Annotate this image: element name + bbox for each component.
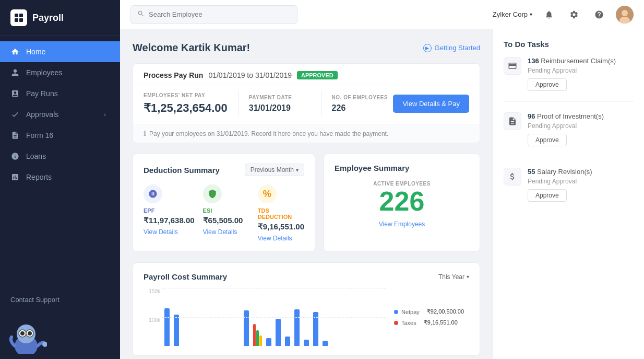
cost-title: Payroll Cost Summary <box>144 272 227 281</box>
sidebar-item-loans[interactable]: Loans <box>0 146 120 167</box>
search-input[interactable] <box>149 10 291 18</box>
user-avatar[interactable] <box>616 6 634 24</box>
legend-netpay: Netpay ₹92,00,500.00 <box>394 308 469 315</box>
bar-blue <box>276 319 281 346</box>
sidebar-item-approvals[interactable]: Approvals › <box>0 104 120 125</box>
deduction-esi: ESI ₹65,505.00 View Details <box>203 184 249 242</box>
employee-summary-title: Employee Summary <box>335 164 409 172</box>
bar-blue <box>164 308 170 346</box>
employees-stat: NO. OF EMPLOYEES 226 <box>332 95 393 113</box>
epf-view-details[interactable]: View Details <box>144 228 195 236</box>
search-box[interactable] <box>130 5 297 24</box>
bar-group-10 <box>304 340 309 346</box>
tds-view-details[interactable]: View Details <box>258 235 304 242</box>
pay-run-section: Process Pay Run 01/01/2019 to 31/01/2019… <box>133 63 480 143</box>
process-pay-run-label: Process Pay Run <box>144 71 203 79</box>
settings-button[interactable] <box>566 6 582 23</box>
sidebar-item-home[interactable]: Home <box>0 41 120 62</box>
employee-summary-card: Employee Summary ACTIVE EMPLOYEES 226 Vi… <box>324 154 480 252</box>
bar-blue <box>174 315 179 346</box>
reimbursement-count: 136 <box>528 57 539 65</box>
svg-point-9 <box>20 331 25 335</box>
bar-blue <box>285 337 290 346</box>
esi-label: ESI <box>203 207 249 214</box>
deduction-header: Deduction Summary Previous Month ▾ <box>144 164 304 176</box>
payment-date-stat: PAYMENT DATE 31/01/2019 <box>249 95 311 113</box>
sidebar-item-label: Employees <box>26 68 62 77</box>
tds-amount: ₹9,16,551.00 <box>258 222 304 231</box>
chevron-down-icon: ▾ <box>530 11 532 17</box>
sidebar-logo-text: Payroll <box>32 13 64 24</box>
todo-title: To Do Tasks <box>504 40 634 49</box>
topbar-right: Zylker Corp ▾ <box>493 6 634 24</box>
approve-investment-button[interactable]: Approve <box>528 134 567 146</box>
active-employees-count: 226 <box>335 187 469 216</box>
bar-blue <box>304 340 309 346</box>
company-name-text: Zylker Corp <box>493 10 528 18</box>
search-icon <box>137 10 145 19</box>
taxes-dot <box>394 321 398 325</box>
chart-legend: Netpay ₹92,00,500.00 Taxes ₹9,16,551.00 <box>386 288 469 346</box>
y-label-150k: 150k <box>144 288 160 294</box>
net-pay-value: ₹1,25,23,654.00 <box>144 101 228 115</box>
salary-icon <box>504 168 521 186</box>
sidebar-item-form16[interactable]: Form 16 <box>0 125 120 146</box>
cost-header: Payroll Cost Summary This Year ▾ <box>144 272 469 281</box>
salary-sub: Pending Approval <box>528 178 634 185</box>
salary-text: 55 Salary Revision(s) <box>528 168 634 176</box>
view-employees-link[interactable]: View Employees <box>335 221 469 228</box>
form16-icon <box>10 131 20 140</box>
year-filter[interactable]: This Year ▾ <box>438 273 469 281</box>
investment-sub: Pending Approval <box>528 122 634 130</box>
sidebar-item-label: Approvals <box>26 110 58 119</box>
epf-amount: ₹11,97,638.00 <box>144 216 195 225</box>
netpay-value: ₹92,00,500.00 <box>427 308 464 315</box>
reimbursement-content: 136 Reimbursement Claim(s) Pending Appro… <box>528 57 634 91</box>
month-filter[interactable]: Previous Month ▾ <box>245 164 304 176</box>
deduction-employee-row: Deduction Summary Previous Month ▾ EP <box>133 154 480 252</box>
getting-started-button[interactable]: ▶ Getting Started <box>423 44 480 52</box>
taxes-value: ₹9,16,551.00 <box>424 319 458 326</box>
y-label-100k: 100k <box>144 317 160 323</box>
investment-label: Proof of Investment(s) <box>537 112 604 120</box>
deduction-summary-card: Deduction Summary Previous Month ▾ EP <box>133 154 315 252</box>
company-selector[interactable]: Zylker Corp ▾ <box>493 10 532 18</box>
deduction-items: EPF ₹11,97,638.00 View Details ESI ₹65,5… <box>144 184 304 242</box>
todo-item-investment: 96 Proof of Investment(s) Pending Approv… <box>504 112 634 157</box>
salary-count: 55 <box>528 168 535 176</box>
bar-group-7 <box>276 319 281 346</box>
employees-icon <box>10 68 20 77</box>
getting-started-label: Getting Started <box>435 44 480 52</box>
investment-text: 96 Proof of Investment(s) <box>528 112 634 120</box>
pay-run-body: EMPLOYEES' NET PAY ₹1,25,23,654.00 PAYME… <box>133 85 480 124</box>
payroll-logo-icon <box>10 9 27 26</box>
sidebar-logo[interactable]: Payroll <box>0 0 120 36</box>
bar-group-4 <box>244 310 249 346</box>
sidebar-item-label: Pay Runs <box>26 89 58 98</box>
help-button[interactable] <box>591 6 607 23</box>
content-area: Welcome Kartik Kumar! ▶ Getting Started … <box>120 29 644 359</box>
approve-salary-button[interactable]: Approve <box>528 189 567 202</box>
esi-view-details[interactable]: View Details <box>203 228 249 236</box>
month-filter-label: Previous Month <box>251 166 294 173</box>
view-details-pay-button[interactable]: View Details & Pay <box>393 95 469 113</box>
sidebar-item-employees[interactable]: Employees <box>0 62 120 83</box>
approve-reimbursement-button[interactable]: Approve <box>528 78 567 91</box>
sidebar-item-reports[interactable]: Reports <box>0 167 120 188</box>
chevron-down-icon: ▾ <box>467 274 469 280</box>
divider2 <box>321 90 321 117</box>
employees-count-label: NO. OF EMPLOYEES <box>332 95 393 100</box>
mascot-area <box>0 312 120 359</box>
tds-icon: % <box>258 184 277 203</box>
sidebar-item-pay-runs[interactable]: Pay Runs <box>0 83 120 104</box>
reports-icon <box>10 172 20 182</box>
notifications-button[interactable] <box>541 6 557 23</box>
taxes-label: Taxes <box>401 320 416 326</box>
main-area: Zylker Corp ▾ Welcome Kartik Kumar! <box>120 0 644 359</box>
contact-support[interactable]: Contact Support <box>0 287 120 312</box>
svg-rect-0 <box>15 14 18 17</box>
netpay-label: Netpay <box>401 309 420 315</box>
todo-item-reimbursement: 136 Reimbursement Claim(s) Pending Appro… <box>504 57 634 102</box>
bar-group-12 <box>323 341 328 346</box>
salary-content: 55 Salary Revision(s) Pending Approval A… <box>528 168 634 202</box>
